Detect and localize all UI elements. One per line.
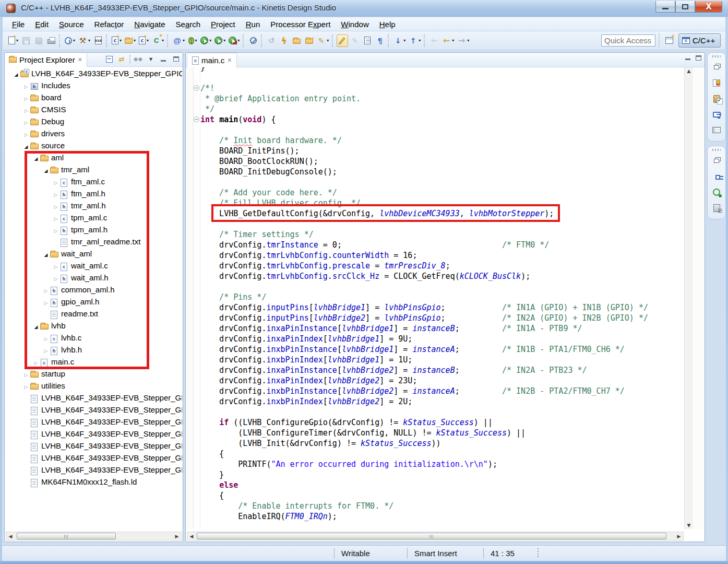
menu-navigate[interactable]: Navigate: [129, 18, 170, 30]
scroll-down-icon[interactable]: ▼: [685, 523, 693, 528]
editor-vscrollbar[interactable]: ▲ ▼: [684, 67, 693, 529]
tree-item-lvhb-k64f-34933ep-evb-stepper-gpio[interactable]: LVHB_K64F_34933EP-EVB_Stepper_GPIO: [5, 405, 182, 417]
fold-collapse-icon[interactable]: [194, 85, 199, 91]
back-dropdown-icon[interactable]: ▾: [452, 38, 454, 43]
run-history-button[interactable]: ▾: [213, 34, 226, 47]
trim-grip[interactable]: [712, 55, 721, 57]
project-explorer-hscrollbar[interactable]: ◀ ▶: [6, 532, 182, 540]
tree-expand-icon[interactable]: ▷: [43, 300, 49, 306]
build-button[interactable]: ⚒▾: [77, 34, 91, 47]
maximize-editor-icon[interactable]: [696, 55, 701, 61]
tree-item-lvhb-k64f-34933ep-evb-stepper-gpio[interactable]: LVHB_K64F_34933EP-EVB_Stepper_GPIO: [5, 441, 182, 453]
skip-all-breakpoints-button[interactable]: [247, 34, 259, 47]
external-tools-button[interactable]: ▾: [228, 34, 241, 47]
tree-item-lvhb-k64f-34933ep-evb-stepper-gpio[interactable]: LVHB_K64F_34933EP-EVB_Stepper_GPIO: [5, 453, 182, 465]
tree-item-lvhb[interactable]: ◢lvhb: [5, 321, 182, 333]
tree-expand-icon[interactable]: ▷: [43, 348, 49, 354]
tree-collapse-icon[interactable]: ◢: [23, 144, 29, 149]
tree-item-wait-aml[interactable]: ◢wait_aml: [5, 249, 182, 261]
back-disabled-button[interactable]: ←: [428, 34, 440, 47]
build-dropdown-icon[interactable]: ▾: [88, 38, 90, 43]
editor-tab-main-c[interactable]: c main.c ✕: [187, 53, 237, 67]
scroll-thumb[interactable]: [17, 533, 116, 539]
collapse-all-button[interactable]: −: [104, 54, 114, 64]
tree-collapse-icon[interactable]: ◢: [43, 168, 49, 173]
tree-item-common-aml-h[interactable]: ▷hcommon_aml.h: [5, 285, 182, 297]
scroll-up-icon[interactable]: ▲: [685, 68, 693, 74]
debug-target-dropdown-icon[interactable]: ▾: [73, 38, 75, 43]
next-annotation-button[interactable]: ↓▾: [392, 34, 407, 47]
view-menu-button[interactable]: ▼: [146, 54, 156, 64]
format-brush-dropdown-icon[interactable]: ▾: [327, 38, 329, 43]
restore-icon[interactable]: [710, 61, 723, 74]
tree-expand-icon[interactable]: ▷: [53, 228, 58, 233]
tree-item-lvhb-k64f-34933ep-evb-stepper-gpio[interactable]: LVHB_K64F_34933EP-EVB_Stepper_GPIO: [5, 417, 182, 429]
maximize-view-button[interactable]: [171, 54, 181, 64]
tree-item-readme-txt[interactable]: readme.txt: [5, 309, 182, 321]
code-editor[interactable]: } /*! * @brief Application entry point. …: [200, 67, 684, 529]
problems-view-icon[interactable]: [710, 77, 723, 89]
perspective-button-cpp[interactable]: C/C++: [678, 33, 721, 48]
tree-item-gpio-aml-h[interactable]: ▷hgpio_aml.h: [5, 297, 182, 309]
window-minimize-button[interactable]: [655, 1, 675, 13]
back-button[interactable]: ←▾: [441, 34, 455, 47]
tree-item-utilities[interactable]: ▷utilities: [5, 381, 182, 393]
title-bar[interactable]: C/C++ - LVHB_K64F_34933EP-EVB_Stepper_GP…: [0, 0, 728, 17]
menu-search[interactable]: Search: [171, 18, 206, 30]
minimize-view-button[interactable]: [159, 54, 168, 64]
menu-file[interactable]: File: [7, 18, 30, 30]
menu-refactor[interactable]: Refactor: [89, 18, 129, 30]
tree-item-main-c[interactable]: ▷cmain.c: [5, 357, 182, 369]
new-binary-button[interactable]: 010: [92, 34, 104, 47]
run-history-dropdown-icon[interactable]: ▾: [223, 38, 225, 43]
open-perspective-button[interactable]: [664, 35, 674, 45]
mark-occurrences-button[interactable]: ✎: [349, 34, 361, 47]
menu-help[interactable]: Help: [374, 18, 401, 30]
new-c-project-button[interactable]: ▾: [124, 34, 137, 47]
tree-item-ftm-aml-c[interactable]: ▷cftm_aml.c: [5, 177, 182, 189]
tree-expand-icon[interactable]: ▷: [43, 288, 49, 293]
tree-item-includes[interactable]: ▷hIncludes: [5, 80, 182, 92]
previous-annotation-button[interactable]: ↑▾: [408, 34, 422, 47]
new-code-item-dropdown-icon[interactable]: ▾: [162, 38, 164, 43]
overview-ruler[interactable]: [694, 67, 704, 529]
new-c-file-button[interactable]: c▾: [111, 34, 123, 47]
annotations-dropdown-icon[interactable]: ▾: [183, 38, 185, 43]
flash-programmer-button[interactable]: ϟ: [278, 34, 290, 47]
tree-item-lvhb-k64f-34933ep-evb-stepper-gpio[interactable]: ◢LVHB_K64F_34933EP-EVB_Stepper_GPIO: [5, 68, 182, 80]
tree-expand-icon[interactable]: ▷: [53, 276, 58, 281]
target-view-icon[interactable]: [710, 186, 723, 198]
menu-edit[interactable]: Edit: [30, 18, 54, 30]
tree-expand-icon[interactable]: ▷: [53, 204, 58, 209]
tasks-view-icon[interactable]: [710, 92, 723, 105]
show-source-button[interactable]: [362, 34, 373, 47]
scroll-thumb[interactable]: [197, 533, 666, 539]
menu-window[interactable]: Window: [336, 18, 374, 30]
new-c-class-button[interactable]: c▾: [138, 34, 150, 47]
tree-expand-icon[interactable]: ▷: [43, 336, 49, 342]
tree-collapse-icon[interactable]: ◢: [33, 156, 39, 161]
scroll-left-icon[interactable]: ◀: [6, 534, 15, 539]
trim-grip[interactable]: [712, 149, 721, 151]
debug-dropdown-icon[interactable]: ▾: [195, 38, 197, 43]
open-project-2-button[interactable]: [303, 34, 315, 47]
run-button[interactable]: ▾: [199, 34, 212, 47]
tree-item-mk64fn1m0xxx12-flash-ld[interactable]: MK64FN1M0xxx12_flash.ld: [5, 477, 182, 489]
toggle-highlight-button[interactable]: [337, 34, 348, 47]
annotation-ruler[interactable]: [186, 67, 194, 529]
save-button[interactable]: [20, 34, 32, 47]
restore-icon[interactable]: [710, 155, 723, 167]
tree-collapse-icon[interactable]: ◢: [14, 72, 19, 77]
tree-item-cmsis[interactable]: ▷CMSIS: [5, 104, 182, 116]
tree-expand-icon[interactable]: ▷: [23, 96, 29, 101]
previous-annotation-dropdown-icon[interactable]: ▾: [419, 38, 421, 43]
outline-view-icon[interactable]: [710, 170, 723, 183]
tree-item-ftm-aml-h[interactable]: ▷hftm_aml.h: [5, 189, 182, 201]
tree-item-lvhb-h[interactable]: ▷hlvhb.h: [5, 345, 182, 357]
fold-collapse-icon[interactable]: [194, 116, 199, 122]
quick-access-input[interactable]: [601, 34, 655, 46]
minimize-editor-icon[interactable]: [685, 55, 690, 60]
tree-expand-icon[interactable]: ▷: [23, 132, 29, 137]
tree-expand-icon[interactable]: ▷: [23, 84, 29, 89]
save-all-button[interactable]: [33, 34, 44, 47]
